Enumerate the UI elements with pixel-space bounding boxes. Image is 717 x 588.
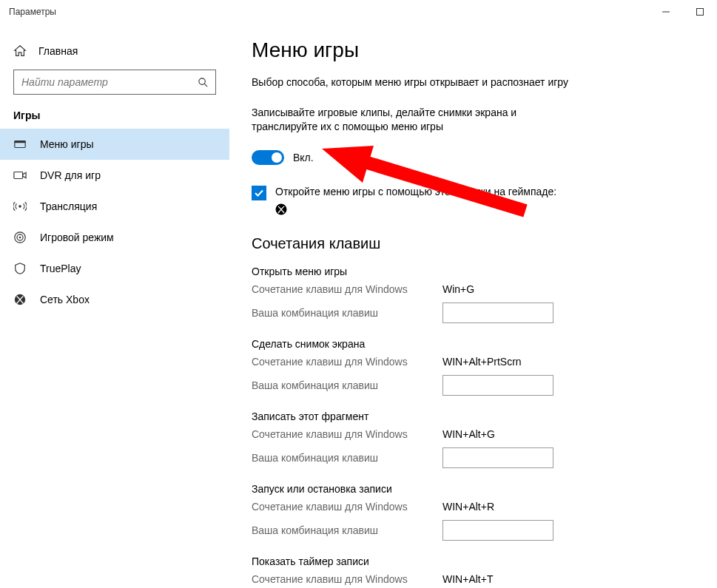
sidebar-item-label: TruePlay xyxy=(40,263,81,274)
user-shortcut-label: Ваша комбинация клавиш xyxy=(252,524,442,536)
svg-point-2 xyxy=(198,78,204,84)
win-shortcut-value: WIN+Alt+PrtScrn xyxy=(442,356,522,368)
svg-rect-6 xyxy=(14,172,23,179)
svg-line-3 xyxy=(204,84,207,87)
maximize-button[interactable] xyxy=(683,0,717,24)
win-shortcut-label: Сочетание клавиш для Windows xyxy=(252,501,442,513)
window-controls xyxy=(649,0,717,24)
win-shortcut-label: Сочетание клавиш для Windows xyxy=(252,428,442,440)
broadcast-icon xyxy=(13,200,27,213)
game-bar-icon xyxy=(13,138,27,151)
search-box[interactable] xyxy=(13,70,216,95)
user-shortcut-input[interactable] xyxy=(442,375,553,396)
sidebar-item-label: Игровой режим xyxy=(40,232,114,243)
shortcut-title: Сделать снимок экрана xyxy=(252,338,687,350)
shortcut-block: Запуск или остановка записи Сочетание кл… xyxy=(252,483,687,541)
win-shortcut-label: Сочетание клавиш для Windows xyxy=(252,573,442,585)
sidebar-item-broadcast[interactable]: Трансляция xyxy=(0,191,229,222)
sidebar-item-dvr[interactable]: DVR для игр xyxy=(0,160,229,191)
shortcut-title: Открыть меню игры xyxy=(252,266,687,277)
content-area: Меню игры Выбор способа, которым меню иг… xyxy=(229,24,717,588)
gamepad-checkbox[interactable] xyxy=(252,186,266,200)
game-mode-icon xyxy=(13,231,27,244)
sidebar-item-xbox-network[interactable]: Сеть Xbox xyxy=(0,284,229,315)
sidebar-item-label: Трансляция xyxy=(40,200,97,212)
xbox-button-icon xyxy=(275,203,687,217)
home-icon xyxy=(13,44,27,58)
shortcut-block: Записать этот фрагмент Сочетание клавиш … xyxy=(252,410,687,468)
shortcut-block: Сделать снимок экрана Сочетание клавиш д… xyxy=(252,338,687,396)
trueplay-icon xyxy=(13,262,27,275)
game-bar-toggle[interactable] xyxy=(252,150,284,165)
shortcut-title: Запуск или остановка записи xyxy=(252,483,687,495)
window-title: Параметры xyxy=(9,7,56,17)
search-input[interactable] xyxy=(14,76,190,88)
home-link[interactable]: Главная xyxy=(0,38,229,70)
minimize-button[interactable] xyxy=(649,0,683,24)
win-shortcut-value: WIN+Alt+G xyxy=(442,428,495,440)
win-shortcut-label: Сочетание клавиш для Windows xyxy=(252,283,442,295)
shortcut-block: Открыть меню игры Сочетание клавиш для W… xyxy=(252,266,687,323)
page-heading: Меню игры xyxy=(252,38,687,62)
user-shortcut-label: Ваша комбинация клавиш xyxy=(252,379,442,391)
win-shortcut-value: WIN+Alt+R xyxy=(442,501,494,513)
user-shortcut-input[interactable] xyxy=(442,447,553,468)
svg-point-10 xyxy=(19,237,21,239)
user-shortcut-input[interactable] xyxy=(442,303,553,323)
home-label: Главная xyxy=(38,45,78,57)
win-shortcut-value: WIN+Alt+T xyxy=(442,573,493,585)
sidebar-item-game-mode[interactable]: Игровой режим xyxy=(0,222,229,253)
toggle-label: Вкл. xyxy=(293,152,314,163)
titlebar: Параметры xyxy=(0,0,717,24)
gamepad-checkbox-label: Откройте меню игры с помощью этой кнопки… xyxy=(275,186,556,197)
user-shortcut-label: Ваша комбинация клавиш xyxy=(252,452,442,464)
svg-rect-5 xyxy=(15,141,25,143)
sidebar: Главная Игры Меню игры DVR для игр xyxy=(0,24,229,588)
user-shortcut-input[interactable] xyxy=(442,520,553,541)
search-icon xyxy=(190,77,215,88)
category-label: Игры xyxy=(0,109,229,129)
sidebar-item-label: DVR для игр xyxy=(40,169,101,181)
page-description-2: Записывайте игровые клипы, делайте снимк… xyxy=(252,106,577,134)
sidebar-item-label: Меню игры xyxy=(40,138,94,150)
xbox-icon xyxy=(13,293,27,306)
sidebar-item-label: Сеть Xbox xyxy=(40,294,90,305)
svg-point-7 xyxy=(18,205,21,208)
shortcut-title: Записать этот фрагмент xyxy=(252,410,687,422)
dvr-icon xyxy=(13,169,27,182)
win-shortcut-label: Сочетание клавиш для Windows xyxy=(252,356,442,368)
page-description-1: Выбор способа, которым меню игры открыва… xyxy=(252,75,577,89)
sidebar-item-trueplay[interactable]: TruePlay xyxy=(0,253,229,284)
user-shortcut-label: Ваша комбинация клавиш xyxy=(252,307,442,319)
win-shortcut-value: Win+G xyxy=(442,283,474,295)
shortcuts-heading: Сочетания клавиш xyxy=(252,235,687,252)
shortcut-block: Показать таймер записи Сочетание клавиш … xyxy=(252,555,687,585)
svg-rect-1 xyxy=(697,9,704,16)
sidebar-item-game-bar[interactable]: Меню игры xyxy=(0,129,229,160)
shortcut-title: Показать таймер записи xyxy=(252,555,687,567)
